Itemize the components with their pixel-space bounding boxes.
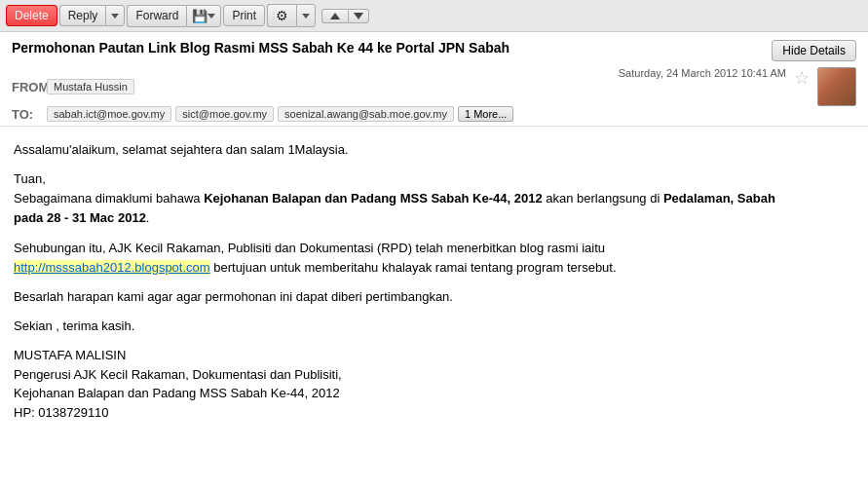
avatar <box>817 67 856 106</box>
nav-down-button[interactable] <box>348 9 369 23</box>
to-row: TO: sabah.ict@moe.gov.my sict@moe.gov.my… <box>12 106 856 122</box>
signature: MUSTAFA MALISIN Pengerusi AJK Kecil Raka… <box>14 346 854 422</box>
para1-before: Sebagaimana dimaklumi bahawa <box>14 191 204 206</box>
para2-text: Sehubungan itu, AJK Kecil Rakaman, Publi… <box>14 241 605 255</box>
nav-split <box>321 9 369 23</box>
email-body: Assalamu'alaikum, selamat sejahtera dan … <box>0 127 868 435</box>
toolbar: Delete Reply Forward 💾 Print ⚙ <box>0 0 868 32</box>
blog-link[interactable]: http://msssabah2012.blogspot.com <box>14 260 210 275</box>
main-paragraph: Tuan, Sebagaimana dimaklumi bahawa Kejoh… <box>14 169 854 228</box>
reply-split: Reply <box>59 5 126 26</box>
reply-dropdown-icon <box>111 14 119 19</box>
reply-button[interactable]: Reply <box>59 5 106 26</box>
gear-split: ⚙ <box>267 4 316 27</box>
to-tags: sabah.ict@moe.gov.my sict@moe.gov.my soe… <box>47 106 856 122</box>
sig-line1: Pengerusi AJK Kecil Rakaman, Dokumentasi… <box>14 365 854 385</box>
hide-details-button[interactable]: Hide Details <box>772 40 856 61</box>
from-row: FROM: Mustafa Hussin Saturday, 24 March … <box>12 67 856 106</box>
gear-dropdown-button[interactable] <box>296 4 316 27</box>
email-date: Saturday, 24 March 2012 10:41 AM <box>619 67 786 79</box>
print-button[interactable]: Print <box>223 5 265 26</box>
para1-bold: Kejohanan Balapan dan Padang MSS Sabah K… <box>204 191 543 206</box>
to-label: TO: <box>12 107 43 122</box>
forward-split: Forward 💾 <box>127 5 221 27</box>
sig-name: MUSTAFA MALISIN <box>14 346 854 365</box>
floppy-icon: 💾 <box>192 9 208 23</box>
from-left: FROM: Mustafa Hussin <box>12 79 134 94</box>
para2-end: bertujuan untuk memberitahu khalayak ram… <box>210 260 617 275</box>
greeting-paragraph: Assalamu'alaikum, selamat sejahtera dan … <box>14 140 854 160</box>
nav-down-icon <box>354 13 363 19</box>
email-header: Permohonan Pautan Link Blog Rasmi MSS Sa… <box>0 32 868 127</box>
subject-line: Permohonan Pautan Link Blog Rasmi MSS Sa… <box>12 40 856 61</box>
from-label: FROM: <box>12 80 43 94</box>
star-button[interactable]: ☆ <box>794 67 810 89</box>
para1-middle: akan berlangsung di <box>543 191 663 206</box>
para1-dot: . <box>146 210 150 225</box>
email-subject: Permohonan Pautan Link Blog Rasmi MSS Sa… <box>12 40 752 56</box>
para2-paragraph: Sehubungan itu, AJK Kecil Rakaman, Publi… <box>14 239 854 278</box>
gear-icon: ⚙ <box>276 8 288 23</box>
para4-paragraph: Sekian , terima kasih. <box>14 317 854 336</box>
more-recipients-button[interactable]: 1 More... <box>458 106 513 122</box>
avatar-image <box>818 68 855 105</box>
salutation: Tuan, <box>14 171 46 186</box>
sig-hp: HP: 0138729110 <box>14 403 854 423</box>
forward-dropdown-icon <box>208 14 215 19</box>
gear-dropdown-icon <box>302 14 310 19</box>
nav-up-button[interactable] <box>321 9 348 23</box>
para1-newline: pada 28 - 31 Mac 2012 <box>14 210 146 225</box>
forward-button[interactable]: Forward <box>127 5 186 27</box>
nav-up-icon <box>330 13 340 19</box>
delete-button[interactable]: Delete <box>6 5 57 26</box>
to-recipient-2[interactable]: sict@moe.gov.my <box>175 106 274 122</box>
reply-dropdown-button[interactable] <box>105 5 125 26</box>
from-tag[interactable]: Mustafa Hussin <box>47 79 134 94</box>
para3-paragraph: Besarlah harapan kami agar agar permohon… <box>14 287 854 307</box>
gear-button[interactable]: ⚙ <box>267 4 296 27</box>
para1-bold2: Pedalaman, Sabah <box>663 191 775 206</box>
to-recipient-3[interactable]: soenizal.awang@sab.moe.gov.my <box>278 106 454 122</box>
to-recipient-1[interactable]: sabah.ict@moe.gov.my <box>47 106 171 122</box>
sig-line2: Kejohanan Balapan dan Padang MSS Sabah K… <box>14 384 854 403</box>
forward-dropdown-button[interactable]: 💾 <box>186 5 221 27</box>
date-and-avatar: Saturday, 24 March 2012 10:41 AM ☆ <box>619 67 856 106</box>
